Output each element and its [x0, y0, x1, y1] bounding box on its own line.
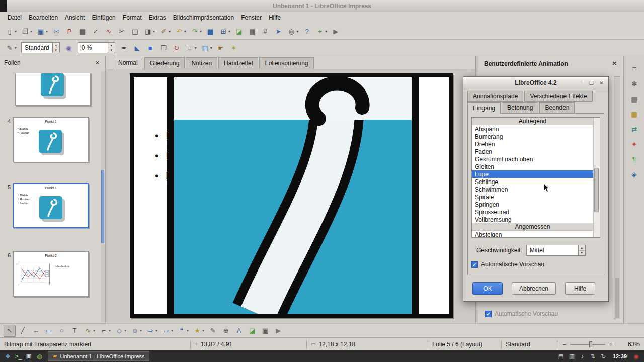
volume-icon[interactable]: ♪ — [577, 351, 588, 361]
sidebar-menu-icon[interactable]: ≡ — [628, 62, 641, 75]
style-combobox[interactable]: Standard ▲▼ — [21, 42, 60, 53]
cut-icon[interactable]: ✂ — [116, 25, 128, 37]
curve-icon[interactable]: ∿ ▾ — [82, 325, 97, 337]
restore-icon[interactable]: ❒ — [587, 79, 596, 87]
effect-list-scrollbar[interactable] — [593, 118, 600, 237]
close-icon[interactable]: ✕ — [597, 79, 606, 87]
edit-points-icon[interactable]: ✎ ▾ — [4, 42, 18, 54]
basic-shapes-icon[interactable]: ◇ ▾ — [113, 325, 128, 337]
effect-item[interactable]: Bumerang — [472, 133, 593, 140]
browser-icon[interactable]: ◍ — [34, 351, 45, 361]
effect-item[interactable]: Abspann — [472, 125, 593, 133]
stepper-up-icon[interactable]: ▲ — [53, 43, 59, 48]
dropdown-arrow-icon[interactable]: ▾ — [171, 328, 173, 333]
dropdown-arrow-icon[interactable]: ▾ — [195, 46, 197, 50]
dropdown-arrow-icon[interactable]: ▾ — [46, 29, 48, 34]
effect-item[interactable]: Gleiten — [472, 163, 593, 170]
chart-icon[interactable]: ▆ — [204, 25, 216, 37]
view-tab[interactable]: Foliensortierung — [259, 57, 313, 69]
animation-effects-icon[interactable]: ✶ — [228, 42, 240, 54]
applications-menu-icon[interactable]: ❖ — [3, 351, 13, 361]
scrollbar-thumb[interactable] — [101, 170, 104, 243]
view-tab[interactable]: Gliederung — [144, 57, 185, 69]
fill-swatch-icon[interactable]: ■ — [144, 42, 156, 54]
dropdown-arrow-icon[interactable]: ▾ — [155, 328, 157, 333]
effect-item[interactable]: Absteigen — [472, 231, 593, 237]
keyboard-layout-icon[interactable]: ▥ — [567, 351, 577, 361]
extension-icon[interactable]: + ▾ — [314, 25, 329, 37]
slide-page[interactable]: BlablaFoobarbarfoo — [130, 73, 453, 318]
dropdown-arrow-icon[interactable]: ▾ — [210, 46, 212, 50]
dialog-tab[interactable]: Betonung — [502, 102, 538, 113]
effect-item[interactable]: Gekrümmt nach oben — [472, 155, 593, 163]
effect-item[interactable]: Schwimmen — [472, 186, 593, 193]
menu-item[interactable]: Bildschirmpräsentation — [170, 13, 237, 23]
interaction-icon[interactable]: ☛ — [215, 42, 227, 54]
dropdown-arrow-icon[interactable]: ▾ — [296, 29, 298, 34]
line-style-icon[interactable]: ✒ — [118, 42, 130, 54]
grid-icon[interactable]: ▦ — [246, 25, 258, 37]
template-name[interactable]: Standard — [502, 338, 557, 350]
taskbar-clock[interactable]: 12:39 — [609, 353, 631, 359]
print-icon[interactable]: ▤ — [76, 25, 89, 37]
scrollbar-thumb[interactable] — [615, 278, 619, 318]
panel-scrollbar[interactable] — [614, 76, 620, 319]
stepper-up-icon[interactable]: ▲ — [579, 245, 585, 250]
master-pages-icon[interactable]: ▤ — [628, 93, 641, 106]
block-arrows-icon[interactable]: ⇨ ▾ — [144, 325, 159, 337]
callouts-icon[interactable]: ❝ ▾ — [176, 325, 190, 337]
table-icon[interactable]: ⊞ ▾ — [217, 25, 232, 37]
auto-spellcheck-icon[interactable]: ∿ — [103, 25, 115, 37]
effect-item[interactable]: Lupe — [472, 170, 593, 178]
file-manager-icon[interactable]: ▣ — [24, 351, 34, 361]
flowchart-icon[interactable]: ▱ ▾ — [160, 325, 175, 337]
window-titlebar[interactable]: Unbenannt 1 - LibreOffice Impress — [0, 0, 644, 12]
new-document-icon[interactable]: ▯ ▾ — [4, 25, 18, 37]
scrollbar-thumb[interactable] — [594, 168, 599, 212]
fill-color-icon[interactable]: ◣ — [131, 42, 143, 54]
zoom-slider[interactable] — [570, 344, 605, 345]
effect-item[interactable]: Springen — [472, 201, 593, 208]
speed-combobox[interactable]: Mittel ▲▼ — [526, 245, 586, 256]
stepper-up-icon[interactable]: ▲ — [108, 43, 115, 48]
fontwork-icon[interactable]: A — [233, 325, 245, 337]
dialog-tab[interactable]: Animationspfade — [467, 90, 523, 102]
dropdown-arrow-icon[interactable]: ▾ — [187, 328, 189, 333]
dialog-titlebar[interactable]: LibreOffice 4.2 − ❒ ✕ — [463, 77, 608, 89]
dropdown-arrow-icon[interactable]: ▾ — [140, 328, 142, 333]
email-icon[interactable]: ✉ — [50, 25, 62, 37]
menu-item[interactable]: Fenster — [237, 13, 265, 23]
view-tab[interactable]: Handzettel — [218, 57, 258, 69]
slide-canvas[interactable]: BlablaFoobarbarfoo — [106, 69, 478, 323]
dropdown-arrow-icon[interactable]: ▾ — [15, 29, 17, 34]
undo-icon[interactable]: ↶ ▾ — [173, 25, 188, 37]
ok-button[interactable]: OK — [472, 282, 503, 295]
zoom-in-icon[interactable]: + — [608, 341, 614, 348]
navigator-deck-icon[interactable]: ◈ — [628, 168, 641, 181]
snap-lines-icon[interactable]: # — [259, 25, 271, 37]
ellipse-icon[interactable]: ○ — [56, 325, 68, 337]
styles-icon[interactable]: ¶ — [628, 153, 641, 166]
slide-thumbnail[interactable]: 4 Punkt 1 BlablaFoobar — [0, 117, 89, 162]
menu-item[interactable]: Ansicht — [61, 13, 88, 23]
line-icon[interactable]: ╱ — [17, 325, 29, 337]
slide-thumbnail[interactable]: 5 Punkt 1 BlablaFoobarbarfoo — [0, 183, 89, 228]
auto-preview-checkbox[interactable] — [471, 261, 478, 268]
image-icon[interactable]: ◪ — [233, 25, 245, 37]
taskbar-window-button[interactable]: ▰ Unbenannt 1 - LibreOffice Impress — [48, 351, 149, 361]
stepper-down-icon[interactable]: ▼ — [53, 48, 59, 53]
dropdown-arrow-icon[interactable]: ▾ — [93, 328, 95, 333]
effect-item[interactable]: Spirale — [472, 193, 593, 201]
menu-item[interactable]: Hilfe — [265, 13, 284, 23]
slide-thumbnail-partial[interactable] — [15, 73, 92, 108]
copy-icon[interactable]: ◫ — [129, 25, 141, 37]
gallery-icon[interactable]: ▦ — [628, 108, 641, 121]
network-icon[interactable]: ⇅ — [588, 351, 598, 361]
custom-animation-icon[interactable]: ✦ — [628, 138, 641, 151]
power-icon[interactable]: ◉ — [631, 351, 641, 361]
dropdown-arrow-icon[interactable]: ▾ — [325, 29, 327, 34]
dropdown-arrow-icon[interactable]: ▾ — [202, 328, 204, 333]
dropdown-arrow-icon[interactable]: ▾ — [228, 29, 230, 34]
dialog-tab[interactable]: Eingang — [467, 102, 501, 114]
select-icon[interactable]: ↖ — [4, 325, 16, 337]
